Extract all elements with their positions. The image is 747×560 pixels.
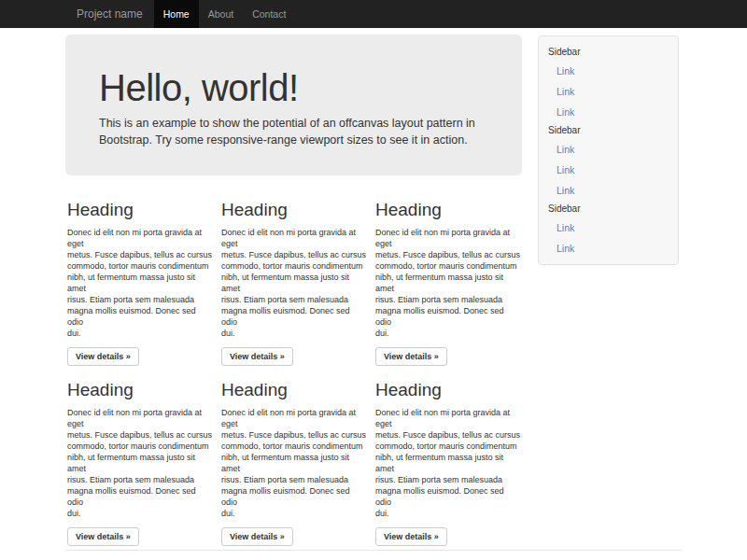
nav-item-about[interactable]: About bbox=[199, 0, 243, 28]
content-card: Heading Donec id elit non mi porta gravi… bbox=[375, 200, 522, 366]
card-heading: Heading bbox=[67, 200, 214, 219]
card-heading: Heading bbox=[221, 200, 368, 219]
view-details-button[interactable]: View details » bbox=[375, 527, 447, 546]
nav-item-contact[interactable]: Contact bbox=[243, 0, 295, 28]
main-content: Hello, world! This is an example to show… bbox=[65, 28, 522, 546]
footer-divider bbox=[65, 550, 682, 551]
view-details-button[interactable]: View details » bbox=[375, 347, 447, 366]
sidebar-link[interactable]: Link bbox=[548, 139, 669, 160]
page-container: Hello, world! This is an example to show… bbox=[65, 28, 682, 560]
card-heading: Heading bbox=[375, 200, 522, 219]
card-heading: Heading bbox=[375, 380, 522, 399]
jumbotron-title: Hello, world! bbox=[99, 68, 488, 107]
view-details-button[interactable]: View details » bbox=[67, 527, 139, 546]
sidebar-heading: Sidebar bbox=[548, 44, 669, 61]
sidebar: Sidebar Link Link Link Sidebar Link Link… bbox=[538, 35, 679, 265]
card-body: Donec id elit non mi porta gravida at eg… bbox=[221, 227, 368, 339]
navbar-menu: Home About Contact bbox=[154, 0, 296, 28]
sidebar-group-2: Sidebar Link Link Link bbox=[548, 122, 669, 201]
jumbotron-text: This is an example to show the potential… bbox=[99, 115, 488, 148]
card-heading: Heading bbox=[67, 380, 214, 399]
content-row-1: Heading Donec id elit non mi porta gravi… bbox=[65, 200, 522, 366]
view-details-button[interactable]: View details » bbox=[221, 347, 293, 366]
nav-item-home[interactable]: Home bbox=[154, 0, 199, 28]
content-card: Heading Donec id elit non mi porta gravi… bbox=[67, 380, 214, 546]
view-details-button[interactable]: View details » bbox=[221, 527, 293, 546]
content-card: Heading Donec id elit non mi porta gravi… bbox=[221, 380, 368, 546]
content-row-2: Heading Donec id elit non mi porta gravi… bbox=[65, 380, 522, 546]
jumbotron: Hello, world! This is an example to show… bbox=[65, 35, 522, 175]
sidebar-group-1: Sidebar Link Link Link bbox=[548, 44, 669, 122]
sidebar-link[interactable]: Link bbox=[548, 81, 669, 102]
sidebar-heading: Sidebar bbox=[548, 122, 669, 139]
sidebar-group-3: Sidebar Link Link bbox=[548, 201, 669, 259]
view-details-button[interactable]: View details » bbox=[67, 347, 139, 366]
sidebar-link[interactable]: Link bbox=[548, 160, 669, 180]
sidebar-heading: Sidebar bbox=[548, 201, 669, 217]
content-card: Heading Donec id elit non mi porta gravi… bbox=[67, 200, 214, 366]
footer: © Company 2013 bbox=[65, 550, 682, 560]
sidebar-link[interactable]: Link bbox=[548, 238, 669, 259]
card-body: Donec id elit non mi porta gravida at eg… bbox=[375, 227, 522, 339]
content-card: Heading Donec id elit non mi porta gravi… bbox=[375, 380, 522, 546]
card-body: Donec id elit non mi porta gravida at eg… bbox=[375, 407, 522, 519]
sidebar-link[interactable]: Link bbox=[548, 61, 669, 81]
navbar: Project name Home About Contact bbox=[0, 0, 747, 28]
sidebar-link[interactable]: Link bbox=[548, 102, 669, 122]
card-body: Donec id elit non mi porta gravida at eg… bbox=[67, 227, 214, 339]
navbar-brand[interactable]: Project name bbox=[65, 0, 148, 28]
card-heading: Heading bbox=[221, 380, 368, 399]
card-body: Donec id elit non mi porta gravida at eg… bbox=[221, 407, 368, 519]
card-body: Donec id elit non mi porta gravida at eg… bbox=[67, 407, 214, 519]
sidebar-link[interactable]: Link bbox=[548, 180, 669, 201]
sidebar-link[interactable]: Link bbox=[548, 217, 669, 238]
content-card: Heading Donec id elit non mi porta gravi… bbox=[221, 200, 368, 366]
